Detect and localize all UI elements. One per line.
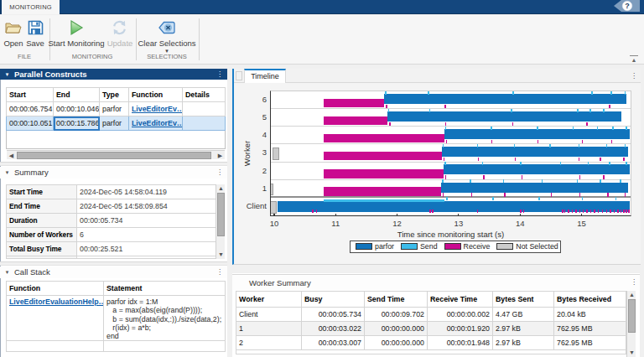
svg-text:?: ? bbox=[625, 2, 630, 10]
